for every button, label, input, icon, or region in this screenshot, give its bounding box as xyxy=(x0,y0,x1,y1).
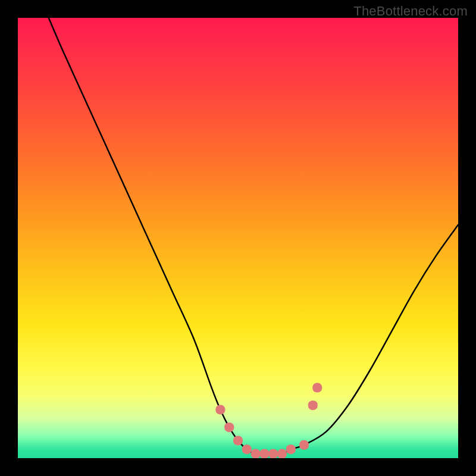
marker-layer xyxy=(215,383,322,458)
curve-layer xyxy=(18,18,458,458)
data-marker xyxy=(242,444,252,454)
data-marker xyxy=(308,400,318,410)
data-marker xyxy=(251,449,261,458)
data-marker xyxy=(259,449,269,458)
watermark-text: TheBottleneck.com xyxy=(353,4,468,19)
plot-area xyxy=(18,18,458,458)
data-marker xyxy=(233,436,243,445)
data-marker xyxy=(312,383,322,393)
curve-path xyxy=(49,18,458,454)
data-marker xyxy=(277,449,287,458)
bottleneck-curve xyxy=(49,18,458,454)
chart-frame: TheBottleneck.com xyxy=(0,0,476,476)
data-marker xyxy=(268,449,278,458)
data-marker xyxy=(215,405,225,415)
data-marker xyxy=(286,444,296,454)
data-marker xyxy=(224,422,234,432)
data-marker xyxy=(299,440,309,450)
